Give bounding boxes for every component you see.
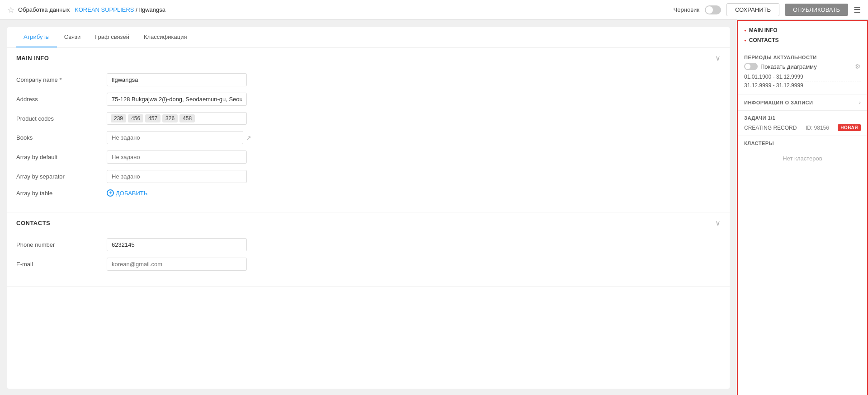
tab-graph[interactable]: Граф связей: [88, 27, 137, 47]
product-codes-row: Product codes 239 456 457 326 458: [16, 112, 721, 125]
periods-body: Показать диаграмму ⚙ 01.01.1900 - 31.12.…: [738, 63, 867, 94]
external-link-icon[interactable]: ↗: [246, 134, 251, 141]
tab-attributes[interactable]: Атрибуты: [16, 27, 57, 47]
books-label: Books: [16, 134, 107, 141]
tab-classification[interactable]: Классификация: [137, 27, 194, 47]
draft-label: Черновик: [674, 6, 699, 13]
star-icon[interactable]: ☆: [7, 5, 14, 15]
clusters-title: КЛАСТЕРЫ: [744, 141, 861, 146]
email-row: E-mail: [16, 258, 721, 271]
draft-toggle[interactable]: [705, 5, 721, 14]
task-label: CREATING RECORD: [744, 125, 797, 131]
topbar: ☆ Обработка данных KOREAN SUPPLIERS / Il…: [0, 0, 868, 20]
publish-button[interactable]: ОПУБЛИКОВАТЬ: [785, 4, 848, 16]
breadcrumb-link[interactable]: KOREAN SUPPLIERS: [75, 6, 134, 13]
phone-row: Phone number: [16, 238, 721, 251]
period-date-2: 31.12.9999 - 31.12.9999: [744, 81, 861, 89]
array-separator-input[interactable]: [107, 170, 247, 183]
email-label: E-mail: [16, 261, 107, 268]
breadcrumb-prefix: Обработка данных: [18, 6, 70, 13]
main-info-header[interactable]: MAIN INFO ∨: [7, 47, 730, 69]
main-info-body: Company name * Address Product codes 239: [7, 69, 730, 212]
content-area: Атрибуты Связи Граф связей Классификация…: [0, 20, 737, 395]
code-tag: 457: [145, 114, 160, 122]
tab-links[interactable]: Связи: [57, 27, 88, 47]
add-button[interactable]: + ДОБАВИТЬ: [107, 189, 147, 197]
company-name-input[interactable]: [107, 73, 247, 86]
code-tag: 456: [128, 114, 143, 122]
bullet-icon: ●: [744, 28, 746, 33]
array-table-row: Array by table + ДОБАВИТЬ: [16, 189, 721, 197]
breadcrumb-current: Ilgwangsa: [139, 6, 165, 13]
sidebar-nav-main-info[interactable]: ● MAIN INFO: [744, 25, 861, 35]
sidebar-nav: ● MAIN INFO ● CONTACTS: [738, 21, 867, 50]
array-default-input[interactable]: [107, 150, 247, 164]
address-label: Address: [16, 96, 107, 103]
periods-title: ПЕРИОДЫ АКТУАЛЬНОСТИ: [738, 50, 867, 63]
phone-input[interactable]: [107, 238, 247, 251]
tasks-section: ЗАДАЧИ 1/1 CREATING RECORD ID: 98156 НОВ…: [738, 110, 867, 136]
periods-section: ПЕРИОДЫ АКТУАЛЬНОСТИ Показать диаграмму …: [738, 50, 867, 94]
code-tag: 458: [179, 114, 195, 122]
array-table-label: Array by table: [16, 190, 107, 197]
address-input[interactable]: [107, 93, 247, 106]
no-clusters-label: Нет кластеров: [744, 150, 861, 167]
contacts-title: CONTACTS: [16, 220, 50, 226]
show-chart-row: Показать диаграмму ⚙: [744, 63, 861, 70]
books-input-wrapper: ↗: [107, 131, 251, 144]
company-name-row: Company name *: [16, 73, 721, 86]
array-default-row: Array by default: [16, 150, 721, 164]
gear-icon[interactable]: ⚙: [855, 63, 861, 70]
toggle-knob: [745, 64, 750, 69]
contacts-chevron: ∨: [715, 219, 721, 227]
task-id: ID: 98156: [806, 125, 829, 131]
clusters-section: КЛАСТЕРЫ Нет кластеров: [738, 136, 867, 172]
books-row: Books ↗: [16, 131, 721, 144]
task-badge: НОВАЯ: [838, 124, 861, 131]
sidebar-nav-main-info-label: MAIN INFO: [749, 27, 778, 33]
product-codes-label: Product codes: [16, 115, 107, 122]
record-info-row[interactable]: ИНФОРМАЦИЯ О ЗАПИСИ ›: [738, 94, 867, 110]
show-chart-label: Показать диаграмму: [760, 63, 817, 70]
books-input[interactable]: [107, 131, 243, 144]
contacts-body: Phone number E-mail: [7, 234, 730, 286]
phone-label: Phone number: [16, 241, 107, 248]
company-name-label: Company name *: [16, 76, 107, 83]
main-info-title: MAIN INFO: [16, 55, 49, 61]
main-info-section: MAIN INFO ∨ Company name * Address: [7, 47, 730, 212]
email-input[interactable]: [107, 258, 247, 271]
sidebar-nav-contacts-label: CONTACTS: [749, 37, 779, 43]
tasks-title: ЗАДАЧИ 1/1: [744, 115, 861, 124]
array-default-label: Array by default: [16, 154, 107, 160]
contacts-header[interactable]: CONTACTS ∨: [7, 212, 730, 234]
main-info-chevron: ∨: [715, 54, 721, 62]
tabs: Атрибуты Связи Граф связей Классификация: [7, 27, 730, 47]
add-label: ДОБАВИТЬ: [116, 190, 147, 197]
breadcrumb: Обработка данных KOREAN SUPPLIERS / Ilgw…: [18, 6, 165, 13]
topbar-left: ☆ Обработка данных KOREAN SUPPLIERS / Il…: [7, 5, 165, 15]
info-title: ИНФОРМАЦИЯ О ЗАПИСИ: [744, 100, 813, 105]
plus-circle-icon: +: [107, 189, 114, 197]
topbar-right: Черновик СОХРАНИТЬ ОПУБЛИКОВАТЬ ☰: [674, 3, 861, 16]
array-separator-label: Array by separator: [16, 173, 107, 180]
sidebar-nav-contacts[interactable]: ● CONTACTS: [744, 35, 861, 45]
period-date-1: 01.01.1900 - 31.12.9999: [744, 73, 861, 81]
content-inner: Атрибуты Связи Граф связей Классификация…: [7, 27, 730, 389]
contacts-section: CONTACTS ∨ Phone number E-mail: [7, 212, 730, 287]
bullet-icon: ●: [744, 38, 746, 42]
chevron-right-icon: ›: [859, 99, 861, 106]
array-separator-row: Array by separator: [16, 170, 721, 183]
main-layout: Атрибуты Связи Граф связей Классификация…: [0, 20, 868, 395]
code-tag: 239: [111, 114, 126, 122]
address-row: Address: [16, 93, 721, 106]
show-chart-toggle[interactable]: [744, 63, 758, 70]
menu-icon[interactable]: ☰: [854, 5, 861, 15]
right-sidebar: ● MAIN INFO ● CONTACTS ПЕРИОДЫ АКТУАЛЬНО…: [737, 20, 868, 395]
toggle-knob: [706, 6, 713, 14]
task-row: CREATING RECORD ID: 98156 НОВАЯ: [744, 124, 861, 131]
product-codes-input[interactable]: 239 456 457 326 458: [107, 112, 247, 125]
code-tag: 326: [162, 114, 178, 122]
save-button[interactable]: СОХРАНИТЬ: [726, 3, 779, 16]
